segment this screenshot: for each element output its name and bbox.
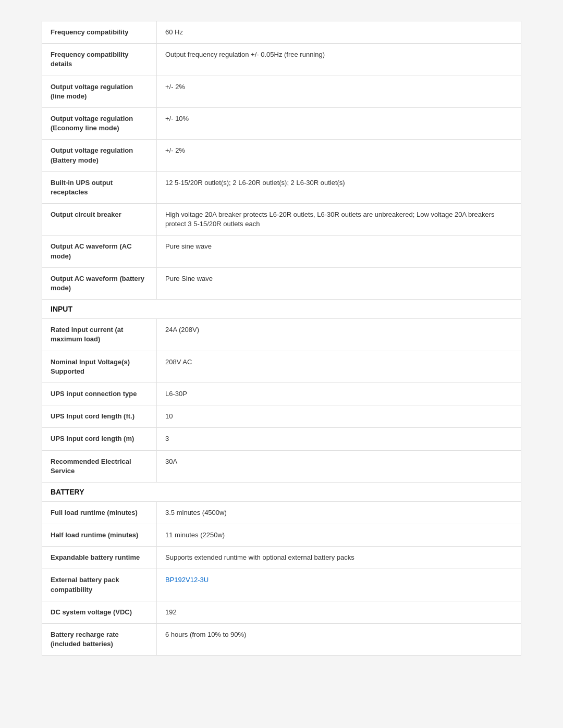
spec-value: 6 hours (from 10% to 90%) xyxy=(157,624,521,655)
spec-value: 208V AC xyxy=(157,351,521,382)
section-header: BATTERY xyxy=(42,483,521,502)
spec-label: Output AC waveform (battery mode) xyxy=(42,268,157,299)
table-row: Output voltage regulation (Battery mode)… xyxy=(42,140,521,171)
spec-label: External battery pack compatibility xyxy=(42,569,157,600)
spec-value: L6-30P xyxy=(157,383,521,405)
spec-label: Battery recharge rate (included batterie… xyxy=(42,624,157,655)
table-row: Rated input current (at maximum load)24A… xyxy=(42,319,521,351)
spec-label: Output voltage regulation (Economy line … xyxy=(42,108,157,139)
table-row: Built-in UPS output receptacles12 5-15/2… xyxy=(42,172,521,204)
spec-label: Output AC waveform (AC mode) xyxy=(42,236,157,267)
spec-value: Pure Sine wave xyxy=(157,268,521,299)
spec-value: 192 xyxy=(157,601,521,623)
table-row: Output circuit breakerHigh voltage 20A b… xyxy=(42,204,521,236)
spec-value: High voltage 20A breaker protects L6-20R… xyxy=(157,204,521,235)
spec-value: Pure sine wave xyxy=(157,236,521,267)
table-row: UPS Input cord length (ft.)10 xyxy=(42,405,521,428)
table-row: Frequency compatibility60 Hz xyxy=(42,21,521,44)
spec-label: Frequency compatibility details xyxy=(42,44,157,75)
spec-link[interactable]: BP192V12-3U xyxy=(165,576,209,584)
spec-label: Output voltage regulation (Battery mode) xyxy=(42,140,157,171)
section-header: INPUT xyxy=(42,300,521,319)
table-row: Recommended Electrical Service30A xyxy=(42,451,521,483)
spec-label: Expandable battery runtime xyxy=(42,547,157,569)
spec-label: UPS Input cord length (m) xyxy=(42,428,157,450)
spec-value: +/- 2% xyxy=(157,140,521,171)
table-row: Nominal Input Voltage(s) Supported208V A… xyxy=(42,351,521,383)
table-row: Frequency compatibility detailsOutput fr… xyxy=(42,44,521,76)
spec-value: 3 xyxy=(157,428,521,450)
spec-label: Half load runtime (minutes) xyxy=(42,524,157,546)
spec-label: Output circuit breaker xyxy=(42,204,157,235)
table-row: Output voltage regulation (line mode)+/-… xyxy=(42,76,521,108)
table-row: Full load runtime (minutes)3.5 minutes (… xyxy=(42,502,521,524)
spec-label: Full load runtime (minutes) xyxy=(42,502,157,524)
spec-value: 12 5-15/20R outlet(s); 2 L6-20R outlet(s… xyxy=(157,172,521,203)
table-row: Half load runtime (minutes)11 minutes (2… xyxy=(42,524,521,547)
spec-value: 3.5 minutes (4500w) xyxy=(157,502,521,524)
spec-label: Nominal Input Voltage(s) Supported xyxy=(42,351,157,382)
spec-label: UPS Input cord length (ft.) xyxy=(42,405,157,427)
table-row: UPS input connection typeL6-30P xyxy=(42,383,521,405)
spec-label: Built-in UPS output receptacles xyxy=(42,172,157,203)
spec-table: Frequency compatibility60 HzFrequency co… xyxy=(42,21,521,656)
spec-label: Rated input current (at maximum load) xyxy=(42,319,157,350)
spec-label: Output voltage regulation (line mode) xyxy=(42,76,157,107)
spec-value: Supports extended runtime with optional … xyxy=(157,547,521,569)
table-row: Expandable battery runtimeSupports exten… xyxy=(42,547,521,569)
spec-value: 11 minutes (2250w) xyxy=(157,524,521,546)
spec-value: Output frequency regulation +/- 0.05Hz (… xyxy=(157,44,521,75)
spec-label: Recommended Electrical Service xyxy=(42,451,157,482)
table-row: Output voltage regulation (Economy line … xyxy=(42,108,521,140)
table-row: UPS Input cord length (m)3 xyxy=(42,428,521,450)
table-row: External battery pack compatibilityBP192… xyxy=(42,569,521,601)
table-row: DC system voltage (VDC)192 xyxy=(42,601,521,624)
spec-label: DC system voltage (VDC) xyxy=(42,601,157,623)
spec-value: 10 xyxy=(157,405,521,427)
spec-label: Frequency compatibility xyxy=(42,21,157,43)
spec-value: +/- 10% xyxy=(157,108,521,139)
table-row: Output AC waveform (AC mode)Pure sine wa… xyxy=(42,236,521,267)
spec-value: 60 Hz xyxy=(157,21,521,43)
spec-value: 30A xyxy=(157,451,521,482)
spec-label: UPS input connection type xyxy=(42,383,157,405)
spec-value: BP192V12-3U xyxy=(157,569,521,600)
table-row: Output AC waveform (battery mode)Pure Si… xyxy=(42,268,521,300)
spec-value: 24A (208V) xyxy=(157,319,521,350)
spec-value: +/- 2% xyxy=(157,76,521,107)
table-row: Battery recharge rate (included batterie… xyxy=(42,624,521,655)
